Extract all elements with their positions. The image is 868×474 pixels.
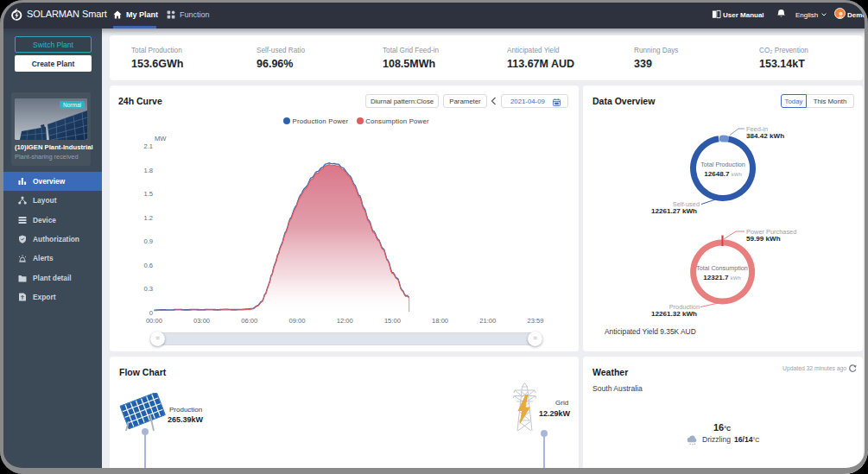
svg-text:03:00: 03:00	[193, 317, 210, 325]
svg-text:12:00: 12:00	[337, 317, 353, 325]
svg-text:18:00: 18:00	[432, 317, 448, 325]
svg-text:1.2: 1.2	[143, 214, 153, 222]
svg-text:Anticipated Yield 9.35K AUD: Anticipated Yield 9.35K AUD	[605, 327, 696, 336]
svg-text:0.6: 0.6	[143, 262, 153, 269]
svg-text:384.42 kWh: 384.42 kWh	[746, 132, 784, 140]
svg-text:2.1: 2.1	[143, 142, 153, 150]
svg-text:06:00: 06:00	[241, 317, 257, 325]
svg-text:0: 0	[149, 309, 153, 317]
svg-text:12648.7 kWh: 12648.7 kWh	[704, 170, 742, 178]
svg-text:1.8: 1.8	[143, 167, 153, 174]
svg-text:12261.27 kWh: 12261.27 kWh	[651, 207, 697, 215]
svg-text:59.99 kWh: 59.99 kWh	[746, 235, 781, 243]
svg-text:15:00: 15:00	[384, 317, 401, 325]
svg-text:0.3: 0.3	[143, 285, 153, 293]
svg-text:Total Consumption: Total Consumption	[696, 264, 748, 272]
svg-text:12321.7 kWh: 12321.7 kWh	[703, 274, 741, 281]
svg-text:00:00: 00:00	[146, 317, 162, 325]
svg-text:1.5: 1.5	[143, 190, 153, 198]
svg-text:MW: MW	[155, 135, 167, 142]
svg-text:09:00: 09:00	[288, 317, 305, 325]
svg-text:Total Production: Total Production	[700, 161, 745, 168]
svg-text:0.9: 0.9	[143, 237, 153, 245]
svg-text:23:59: 23:59	[527, 317, 543, 325]
svg-text:21:00: 21:00	[479, 317, 496, 325]
svg-text:12261.32 kWh: 12261.32 kWh	[651, 310, 697, 318]
